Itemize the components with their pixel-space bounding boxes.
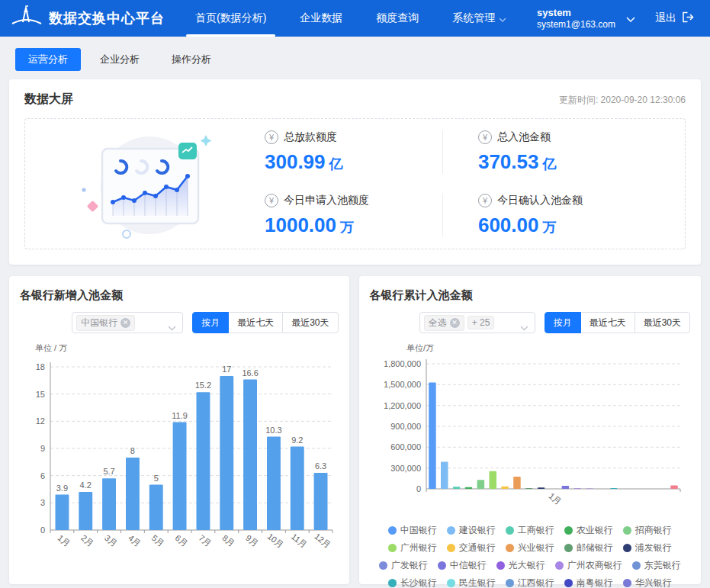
nav-item-label: 企业数据	[300, 11, 342, 25]
nav-item-enterprise-data[interactable]: 企业数据	[283, 0, 359, 37]
legend-item[interactable]: 中国银行	[388, 524, 437, 537]
legend-item[interactable]: 邮储银行	[564, 541, 613, 554]
legend-label: 民生银行	[459, 577, 496, 588]
svg-text:5: 5	[154, 474, 159, 483]
legend-item[interactable]: 建设银行	[447, 524, 496, 537]
selected-bank-tag: 中国银行 ✕	[76, 315, 135, 331]
legend-color-dot	[379, 561, 387, 570]
svg-text:1月: 1月	[547, 491, 563, 506]
yen-circle-icon: ¥	[265, 130, 278, 144]
user-menu[interactable]: system system1@163.com	[537, 7, 635, 31]
stat-value: 1000.00	[265, 214, 336, 237]
tag-remove-icon[interactable]: ✕	[120, 318, 130, 328]
top-navbar: 数据交换中心平台 首页(数据分析) 企业数据 额度查询 系统管理	[0, 0, 710, 37]
chart-title-new-pool: 各银行新增入池金额	[20, 288, 339, 303]
svg-text:9月: 9月	[244, 533, 260, 548]
legend-item[interactable]: 农业银行	[564, 524, 613, 537]
by-month-button[interactable]: 按月	[545, 312, 581, 333]
svg-text:900,000: 900,000	[390, 422, 421, 431]
legend-item[interactable]: 长沙银行	[388, 577, 437, 588]
last-7-days-button[interactable]: 最近七天	[228, 312, 283, 333]
legend-item[interactable]: 南粤银行	[564, 577, 613, 588]
legend-item[interactable]: 兴业银行	[506, 541, 554, 554]
legend-color-dot	[506, 579, 514, 587]
legend-item[interactable]: 工商银行	[506, 524, 554, 537]
overview-title: 数据大屏	[24, 92, 73, 108]
tab-operations-analysis[interactable]: 运营分析	[15, 48, 81, 71]
select-all-tag: 全选 ✕	[424, 315, 464, 331]
legend-item[interactable]: 广州银行	[388, 541, 437, 554]
nav-item-quota-query[interactable]: 额度查询	[359, 0, 435, 37]
svg-text:单位 / 万: 单位 / 万	[35, 343, 67, 352]
nav-item-label: 额度查询	[376, 11, 419, 25]
stat-value: 370.53	[478, 150, 539, 174]
legend-color-dot	[632, 561, 641, 570]
stat-total-loan-quota: ¥ 总放款额度 300.99 亿	[262, 130, 442, 174]
new-pool-controls: 中国银行 ✕ 按月 最近七天 最近30天	[20, 312, 339, 333]
legend-color-dot	[388, 579, 397, 587]
nav-item-home[interactable]: 首页(数据分析)	[178, 0, 283, 37]
bank-select[interactable]: 中国银行 ✕	[72, 312, 183, 333]
stat-label: 今日确认入池金额	[497, 194, 583, 207]
legend-label: 招商银行	[635, 524, 672, 537]
svg-text:5.7: 5.7	[103, 467, 114, 476]
svg-text:0: 0	[416, 484, 420, 493]
tab-enterprise-analysis[interactable]: 企业分析	[87, 48, 153, 71]
legend-item[interactable]: 广州农商银行	[555, 559, 622, 572]
stat-total-pool-amount: ¥ 总入池金额 370.53 亿	[442, 130, 677, 174]
brand: 数据交换中心平台	[0, 0, 178, 37]
update-time-label: 更新时间:	[559, 95, 598, 105]
legend-color-dot	[564, 526, 573, 535]
legend-item[interactable]: 东莞银行	[632, 559, 681, 572]
legend-item[interactable]: 华兴银行	[623, 577, 672, 588]
svg-text:3.9: 3.9	[56, 484, 68, 493]
legend-item[interactable]: 招商银行	[623, 524, 672, 537]
bank-multi-select[interactable]: 全选 ✕ + 25	[419, 312, 535, 333]
legend-label: 广发银行	[391, 559, 428, 572]
logout-icon	[682, 11, 695, 25]
chart-illustration	[33, 123, 262, 245]
cumulative-controls: 全选 ✕ + 25 按月 最近七天 最近30天	[370, 312, 691, 333]
svg-text:0: 0	[40, 525, 45, 535]
legend-color-dot	[555, 561, 564, 570]
app-title: 数据交换中心平台	[49, 9, 165, 27]
legend-item[interactable]: 中信银行	[438, 559, 487, 572]
legend-label: 广州农商银行	[567, 559, 622, 572]
legend-label: 中信银行	[450, 559, 487, 572]
by-month-button[interactable]: 按月	[192, 312, 229, 333]
stat-unit: 亿	[542, 155, 556, 173]
legend-color-dot	[623, 544, 631, 552]
svg-text:4.2: 4.2	[80, 480, 92, 490]
tab-action-analysis[interactable]: 操作分析	[159, 48, 224, 71]
tag-remove-icon[interactable]: ✕	[450, 318, 460, 328]
legend-item[interactable]: 光大银行	[496, 559, 545, 572]
tag-label: 全选	[429, 316, 447, 329]
legend-color-dot	[438, 561, 446, 570]
cumulative-range-buttons: 按月 最近七天 最近30天	[545, 312, 690, 333]
legend-label: 光大银行	[509, 559, 545, 572]
legend-item[interactable]: 交通银行	[447, 541, 496, 554]
legend-label: 中国银行	[400, 524, 437, 537]
svg-text:12月: 12月	[313, 532, 333, 550]
legend-item[interactable]: 浦发银行	[623, 541, 672, 554]
stats-grid: ¥ 总放款额度 300.99 亿 ¥ 总入池金额 370.53	[262, 130, 677, 237]
legend-item[interactable]: 广发银行	[379, 559, 428, 572]
legend-color-dot	[388, 526, 397, 535]
legend-label: 东莞银行	[644, 559, 681, 572]
legend-item[interactable]: 江西银行	[506, 577, 554, 588]
active-nav-underline	[186, 34, 275, 37]
chevron-down-icon	[168, 320, 176, 334]
legend-label: 华兴银行	[635, 577, 672, 588]
legend-color-dot	[506, 544, 514, 552]
user-name: system	[537, 7, 615, 19]
last-30-days-button[interactable]: 最近30天	[282, 312, 338, 333]
logout-button[interactable]: 退出	[655, 11, 695, 25]
tag-label: + 25	[472, 317, 490, 328]
navbar-right: system system1@163.com 退出	[537, 0, 710, 37]
legend-item[interactable]: 民生银行	[447, 577, 496, 588]
legend-label: 邮储银行	[577, 541, 613, 554]
svg-text:8月: 8月	[220, 533, 236, 548]
last-7-days-button[interactable]: 最近七天	[580, 312, 635, 333]
nav-item-system-management[interactable]: 系统管理	[435, 0, 523, 37]
last-30-days-button[interactable]: 最近30天	[635, 312, 690, 333]
